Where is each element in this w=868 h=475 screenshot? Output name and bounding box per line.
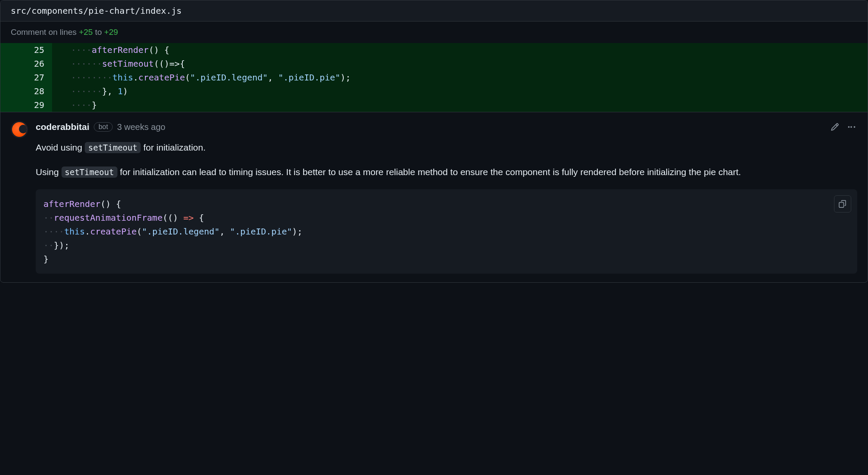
line-number[interactable]: 26 (25, 57, 52, 71)
range-to: +29 (104, 28, 118, 37)
comment-timestamp[interactable]: 3 weeks ago (117, 122, 165, 132)
gutter (52, 71, 69, 84)
review-comment-container: src/components/pie-chart/index.js Commen… (0, 0, 868, 283)
line-number-left-blank (0, 98, 25, 112)
gutter (52, 98, 69, 112)
line-number-left-blank (0, 57, 25, 71)
diff-table: 25····afterRender() {26······setTimeout(… (0, 43, 868, 112)
file-path-header[interactable]: src/components/pie-chart/index.js (0, 0, 868, 22)
gutter (52, 43, 69, 57)
line-number[interactable]: 27 (25, 71, 52, 84)
suggestion-line: ··}); (43, 238, 850, 252)
diff-code: ········this.createPie(".pieID.legend", … (69, 71, 868, 84)
diff-line: 27········this.createPie(".pieID.legend"… (0, 71, 868, 84)
avatar-image (12, 122, 27, 137)
line-number-left-blank (0, 43, 25, 57)
comment-paragraph-2: Using setTimeout for initialization can … (36, 165, 857, 179)
comment-block: coderabbitai bot 3 weeks ago Avoid using… (0, 112, 868, 282)
comment-body: Avoid using setTimeout for initializatio… (36, 141, 857, 274)
inline-code: setTimeout (85, 142, 141, 153)
diff-line: 25····afterRender() { (0, 43, 868, 57)
comment-paragraph-1: Avoid using setTimeout for initializatio… (36, 141, 857, 155)
diff-code: ······setTimeout(()=>{ (69, 57, 868, 71)
range-sep: to (93, 28, 104, 37)
diff-code: ····afterRender() { (69, 43, 868, 57)
gutter (52, 84, 69, 98)
line-number[interactable]: 25 (25, 43, 52, 57)
suggestion-line: } (43, 252, 850, 266)
gutter (52, 57, 69, 71)
diff-code: ····} (69, 98, 868, 112)
code-suggestion-block: afterRender() {··requestAnimationFrame((… (36, 189, 857, 274)
inline-code: setTimeout (62, 167, 117, 178)
diff-line: 28······}, 1) (0, 84, 868, 98)
diff-line: 29····} (0, 98, 868, 112)
diff-code: ······}, 1) (69, 84, 868, 98)
avatar[interactable] (11, 121, 28, 138)
line-number-left-blank (0, 84, 25, 98)
range-from: +25 (79, 28, 92, 37)
range-prefix: Comment on lines (11, 28, 79, 37)
edit-icon[interactable] (829, 121, 841, 133)
comment-header: coderabbitai bot 3 weeks ago (36, 121, 857, 133)
comment-line-range: Comment on lines +25 to +29 (0, 22, 868, 43)
comment-author[interactable]: coderabbitai (36, 122, 89, 132)
line-number-left-blank (0, 71, 25, 84)
bot-badge: bot (94, 122, 113, 132)
suggestion-line: afterRender() { (43, 197, 850, 211)
line-number[interactable]: 28 (25, 84, 52, 98)
copy-icon[interactable] (834, 195, 851, 213)
file-path: src/components/pie-chart/index.js (11, 6, 182, 16)
suggestion-line: ··requestAnimationFrame(() => { (43, 211, 850, 225)
suggestion-line: ····this.createPie(".pieID.legend", ".pi… (43, 225, 850, 238)
comment-main: coderabbitai bot 3 weeks ago Avoid using… (36, 121, 857, 274)
diff-line: 26······setTimeout(()=>{ (0, 57, 868, 71)
line-number[interactable]: 29 (25, 98, 52, 112)
kebab-menu-icon[interactable] (845, 121, 857, 133)
